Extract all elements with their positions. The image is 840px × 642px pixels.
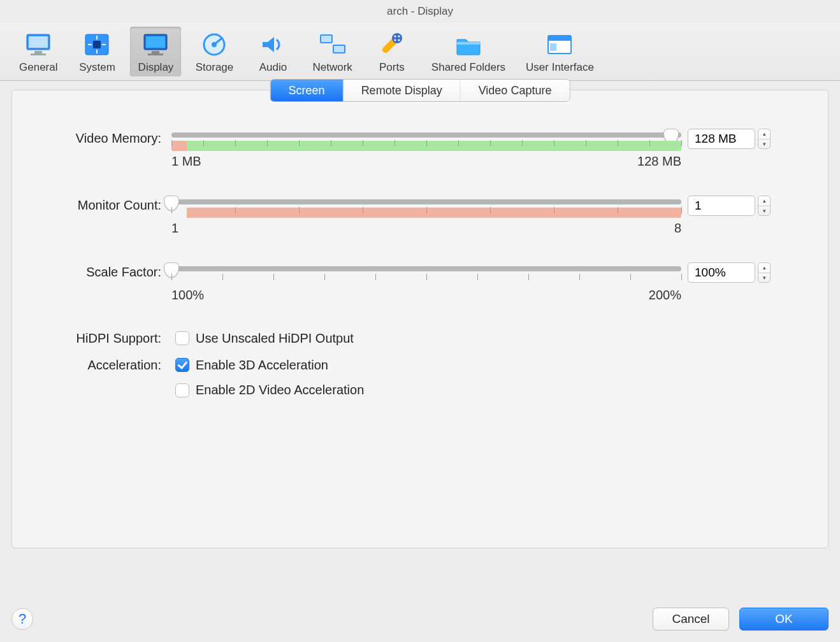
monitor-count-step-up[interactable]: ▴ [758, 196, 770, 206]
tab-remote-label: Remote Display [361, 84, 442, 97]
scale-factor-step-up[interactable]: ▴ [758, 263, 770, 273]
shared-icon [453, 31, 484, 59]
svg-rect-27 [548, 36, 571, 41]
toolbar-audio[interactable]: Audio [247, 27, 298, 76]
monitor-count-range: 1 8 [171, 221, 681, 236]
svg-rect-18 [321, 36, 331, 42]
svg-point-23 [394, 39, 396, 41]
toolbar-network[interactable]: Network [306, 27, 358, 76]
video-memory-step-down[interactable]: ▾ [758, 139, 770, 149]
scale-factor-stepper[interactable]: ▴ ▾ [758, 262, 771, 283]
monitor-count-stepper[interactable]: ▴ ▾ [758, 196, 771, 216]
label-acceleration: Acceleration: [38, 356, 165, 374]
video-memory-max: 128 MB [637, 154, 681, 169]
scale-factor-input[interactable] [688, 262, 755, 283]
screen-form: Video Memory: 1 MB 128 MB ▴ ▾ [12, 126, 828, 397]
row-hidpi: HiDPI Support: Use Unscaled HiDPI Output [38, 329, 802, 347]
svg-rect-3 [31, 54, 46, 55]
display-panel: Screen Remote Display Video Capture Vide… [11, 90, 829, 548]
toolbar-audio-label: Audio [259, 61, 287, 74]
scale-factor-ticks [171, 274, 681, 289]
label-hidpi: HiDPI Support: [38, 329, 165, 347]
general-icon [23, 31, 54, 59]
row-scale-factor: Scale Factor: 100% 200% ▴ ▾ [38, 262, 802, 303]
svg-point-24 [398, 39, 400, 41]
monitor-count-min: 1 [171, 221, 178, 236]
ok-button[interactable]: OK [739, 608, 829, 631]
svg-point-21 [394, 35, 396, 37]
tab-screen[interactable]: Screen [271, 80, 344, 101]
toolbar-shared-label: Shared Folders [431, 61, 505, 74]
accel-3d-label: Enable 3D Acceleration [196, 358, 328, 373]
svg-rect-13 [148, 54, 163, 55]
settings-toolbar: GeneralSystemDisplayStorageAudioNetworkP… [0, 23, 840, 81]
accel-3d-checkbox-box[interactable] [175, 358, 189, 372]
toolbar-general[interactable]: General [13, 27, 64, 76]
scale-factor-slider-area: 100% 200% [171, 262, 681, 303]
svg-rect-25 [457, 42, 480, 45]
monitor-count-value-box: ▴ ▾ [688, 196, 802, 216]
row-acceleration: Acceleration: Enable 3D Acceleration [38, 356, 802, 374]
accel-3d-checkbox[interactable]: Enable 3D Acceleration [175, 358, 802, 373]
help-icon: ? [18, 611, 26, 627]
scale-factor-max: 200% [649, 288, 681, 303]
label-video-memory: Video Memory: [38, 129, 165, 148]
svg-point-20 [392, 33, 402, 43]
toolbar-storage[interactable]: Storage [189, 27, 240, 76]
accel-2d-checkbox-box[interactable] [175, 383, 189, 397]
toolbar-ui[interactable]: User Interface [519, 27, 600, 76]
monitor-count-step-down[interactable]: ▾ [758, 206, 770, 216]
video-memory-slider[interactable] [171, 132, 681, 138]
ok-label: OK [775, 612, 792, 625]
tab-video-capture[interactable]: Video Capture [461, 80, 570, 101]
network-icon [317, 31, 348, 59]
row-monitor-count: Monitor Count: 1 8 ▴ ▾ [38, 196, 802, 236]
svg-rect-28 [550, 43, 556, 51]
row-acceleration-2d: Enable 2D Video Acceleration [38, 383, 802, 397]
svg-rect-5 [93, 41, 101, 48]
cancel-button[interactable]: Cancel [653, 608, 729, 631]
scale-factor-step-down[interactable]: ▾ [758, 273, 770, 283]
toolbar-system[interactable]: System [71, 27, 122, 76]
scale-factor-value-box: ▴ ▾ [688, 262, 802, 283]
toolbar-storage-label: Storage [196, 61, 234, 74]
scale-factor-slider[interactable] [171, 266, 681, 271]
video-memory-slider-area: 1 MB 128 MB [171, 129, 681, 169]
help-button[interactable]: ? [11, 608, 33, 630]
label-scale-factor: Scale Factor: [38, 262, 165, 282]
video-memory-stepper[interactable]: ▴ ▾ [758, 129, 771, 149]
hidpi-checkbox-label: Use Unscaled HiDPI Output [196, 331, 354, 346]
video-memory-value-box: ▴ ▾ [688, 129, 802, 149]
label-monitor-count: Monitor Count: [38, 196, 165, 215]
cancel-label: Cancel [672, 612, 709, 625]
audio-icon [257, 31, 288, 59]
svg-rect-1 [29, 36, 48, 48]
toolbar-ports[interactable]: Ports [366, 27, 417, 76]
svg-rect-12 [152, 51, 159, 54]
svg-rect-11 [146, 36, 165, 48]
monitor-count-slider[interactable] [171, 199, 681, 204]
svg-rect-2 [34, 51, 42, 54]
monitor-count-slider-area: 1 8 [171, 196, 681, 236]
tab-capture-label: Video Capture [479, 84, 552, 97]
scale-factor-min: 100% [171, 288, 204, 303]
monitor-count-input[interactable] [688, 196, 755, 216]
toolbar-display[interactable]: Display [130, 27, 181, 76]
toolbar-general-label: General [19, 61, 57, 74]
toolbar-shared[interactable]: Shared Folders [425, 27, 512, 76]
display-icon [140, 31, 171, 59]
monitor-count-ticks [171, 207, 681, 222]
tab-remote-display[interactable]: Remote Display [344, 80, 461, 101]
video-memory-input[interactable] [688, 129, 755, 149]
video-memory-ticks [171, 140, 681, 155]
toolbar-system-label: System [79, 61, 115, 74]
hidpi-checkbox-box[interactable] [175, 331, 189, 345]
hidpi-checkbox[interactable]: Use Unscaled HiDPI Output [175, 331, 802, 346]
toolbar-network-label: Network [312, 61, 352, 74]
accel-2d-checkbox[interactable]: Enable 2D Video Acceleration [175, 383, 802, 397]
ui-icon [544, 31, 575, 59]
dialog-footer: ? Cancel OK [11, 608, 829, 631]
toolbar-ui-label: User Interface [526, 61, 594, 74]
video-memory-step-up[interactable]: ▴ [758, 129, 770, 139]
window-title-text: arch - Display [387, 5, 453, 18]
